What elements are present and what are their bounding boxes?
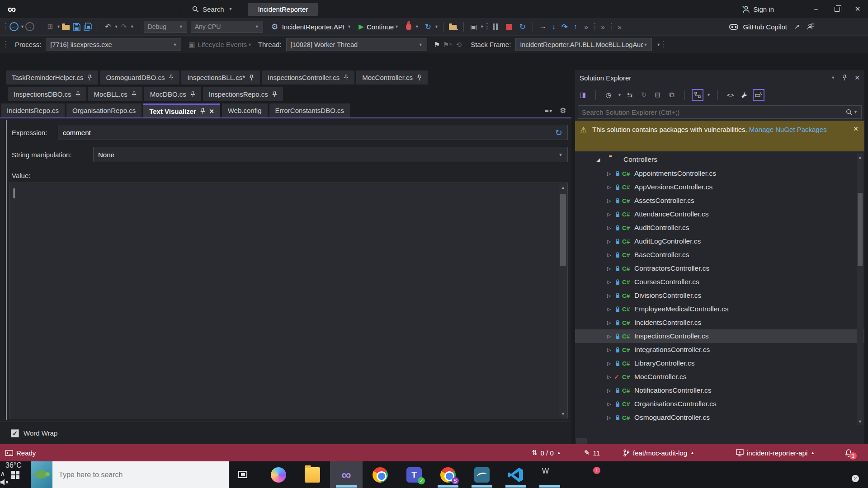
undo-button[interactable]: ↶ [103, 21, 113, 33]
taskbar-app-chrome[interactable] [364, 461, 396, 488]
flag-settings-icon[interactable]: ⚑✎ [443, 39, 453, 51]
solution-explorer-search[interactable]: ▼ [578, 105, 862, 119]
collapsed-arrow-icon[interactable]: ▷ [607, 198, 611, 204]
start-button[interactable] [0, 461, 31, 488]
chevron-down-icon[interactable]: ▼ [707, 93, 711, 97]
scroll-down-icon[interactable]: ▼ [857, 418, 863, 425]
toolbar-overflow-button[interactable]: ▼ [656, 42, 660, 47]
pin-icon[interactable] [200, 108, 205, 114]
scrollbar-thumb[interactable] [560, 194, 566, 266]
chevron-down-icon[interactable]: ▼ [395, 24, 399, 29]
value-scrollbar[interactable]: ▲ ▼ [559, 183, 567, 418]
task-view-button[interactable] [236, 468, 250, 481]
document-tab[interactable]: InspectionsBLL.cs* ✕ [181, 70, 260, 84]
pin-icon[interactable] [417, 75, 422, 81]
document-tab[interactable]: ErrorConstantsDBO.cs ✕ [269, 103, 350, 117]
tree-file-row[interactable]: ▷ ✓ C# NotificationsController.cs [575, 384, 864, 397]
sign-in-button[interactable]: Sign in [742, 5, 774, 13]
collapsed-arrow-icon[interactable]: ▷ [607, 388, 611, 394]
chevron-down-icon[interactable]: ▼ [130, 24, 134, 29]
pin-icon[interactable] [249, 75, 254, 81]
collapsed-arrow-icon[interactable]: ▷ [607, 374, 611, 380]
toolbar-grip[interactable] [4, 22, 7, 31]
search-highlight-image[interactable] [31, 461, 52, 488]
pin-icon[interactable] [842, 75, 847, 81]
step-over-button[interactable]: ↷ [559, 21, 570, 33]
show-all-files-icon[interactable] [753, 89, 764, 101]
collapsed-arrow-icon[interactable]: ▷ [607, 279, 611, 285]
taskbar-app-vscode[interactable] [500, 461, 532, 488]
tree-file-row[interactable]: ▷ ✓ C# EmployeeMedicalController.cs [575, 302, 864, 316]
tab-options-gear-icon[interactable]: ⚙ [560, 106, 566, 115]
collapsed-arrow-icon[interactable]: ▷ [607, 293, 611, 299]
file-nesting-icon[interactable] [692, 89, 703, 101]
pending-edits[interactable]: ✎ 11 [584, 444, 600, 461]
github-copilot-button[interactable]: GitHub Copilot [743, 23, 787, 31]
tree-file-row[interactable]: ▷ ✓ C# AppVersionsController.cs [575, 180, 864, 194]
document-tab[interactable]: MocController.cs ✕ [356, 70, 428, 84]
collapsed-arrow-icon[interactable]: ▷ [607, 320, 611, 326]
chevron-down-icon[interactable]: ▼ [114, 24, 118, 29]
collapsed-arrow-icon[interactable]: ▷ [607, 252, 611, 258]
tree-file-row[interactable]: ▷ ✓ C# IncidentsController.cs [575, 316, 864, 329]
close-tab-icon[interactable]: ✕ [209, 108, 214, 115]
properties-icon[interactable]: ⧉ [666, 89, 678, 101]
restart-debugging-button[interactable]: ↻ [517, 21, 528, 33]
startup-project-dropdown[interactable]: IncidentReporter.API [282, 23, 344, 31]
navigate-back-button[interactable]: ← [9, 21, 19, 33]
close-panel-icon[interactable]: ✕ [854, 74, 860, 81]
tree-file-row[interactable]: ▷ ✓ C# AuditController.cs [575, 221, 864, 235]
toolbar-grip[interactable] [4, 40, 7, 49]
continue-button[interactable]: Continue [367, 23, 394, 31]
scroll-up-icon[interactable]: ▲ [559, 183, 567, 191]
search-icon[interactable] [846, 109, 853, 116]
tree-file-row[interactable]: ▷ ✓ C# OrganisationsController.cs [575, 397, 864, 411]
flag-icon[interactable]: ⚑ [432, 39, 443, 51]
tree-file-row[interactable]: ▷ ✓ C# DivisionsController.cs [575, 289, 864, 302]
collapsed-arrow-icon[interactable]: ▷ [607, 171, 611, 177]
taskbar-search-input[interactable] [52, 471, 229, 479]
window-position-icon[interactable]: ▼ [831, 75, 835, 80]
show-next-statement-button[interactable]: → [538, 21, 548, 33]
document-tab[interactable]: IncidentsRepo.cs ✕ [1, 103, 65, 117]
value-text-area[interactable]: ▲ ▼ [9, 183, 568, 418]
tree-file-row[interactable]: ▷ ✓ C# LibraryController.cs [575, 357, 864, 370]
taskbar-app-file-explorer[interactable] [296, 461, 329, 488]
git-repo-control[interactable]: incident-reporter-api ▲ [736, 444, 815, 461]
refresh-icon[interactable]: ↻ [638, 89, 650, 101]
tree-file-row[interactable]: ▷ ✓ C# CoursesController.cs [575, 275, 864, 289]
collapsed-arrow-icon[interactable]: ▷ [607, 347, 611, 353]
pause-button[interactable] [490, 21, 501, 33]
document-tab[interactable]: TaskReminderHelper.cs ✕ [6, 70, 98, 84]
search-control[interactable]: Search ▼ [192, 5, 232, 13]
pin-icon[interactable] [75, 91, 80, 98]
continue-play-icon[interactable]: ▶ [356, 21, 367, 33]
document-tab[interactable]: MocDBO.cs ✕ [144, 87, 201, 101]
taskbar-search-box[interactable] [31, 461, 229, 488]
collapsed-arrow-icon[interactable]: ▷ [607, 333, 611, 339]
toolbar-grip[interactable] [610, 22, 613, 31]
tree-file-row[interactable]: ▷ ✓ C# AuditLogController.cs [575, 235, 864, 248]
toolbar-grip[interactable] [486, 22, 489, 31]
document-tab[interactable]: Web.config ✕ [222, 103, 268, 117]
document-tab[interactable]: InspectionsController.cs ✕ [262, 70, 354, 84]
chevron-down-icon[interactable]: ▼ [415, 24, 419, 29]
dismiss-warning-icon[interactable]: ✕ [853, 124, 859, 134]
thread-dropdown[interactable]: [10028] Worker Thread▼ [286, 38, 427, 51]
configuration-dropdown[interactable]: Debug▼ [144, 21, 187, 33]
document-tab[interactable]: InspectionsRepo.cs ✕ [203, 87, 283, 101]
tree-file-row[interactable]: ▷ ✓ C# BaseController.cs [575, 248, 864, 262]
document-tab[interactable]: Text Visualizer ✕ [143, 103, 220, 117]
step-into-button[interactable]: ↓ [548, 21, 559, 33]
pin-icon[interactable] [132, 91, 137, 98]
collapsed-arrow-icon[interactable]: ▷ [607, 415, 611, 421]
solution-name-badge[interactable]: IncidentReporter [248, 3, 318, 16]
pin-icon[interactable] [87, 75, 92, 81]
tree-file-row[interactable]: ▷ ✓ C# OsmoguardController.cs [575, 411, 864, 424]
chevron-down-icon[interactable]: ▼ [57, 24, 61, 29]
open-file-button[interactable] [61, 21, 71, 33]
chevron-down-icon[interactable]: ▼ [347, 24, 351, 29]
platform-dropdown[interactable]: Any CPU▼ [191, 21, 263, 33]
switch-views-icon[interactable]: ◨ [577, 89, 589, 101]
document-tab[interactable]: OrganisationRepo.cs ✕ [66, 103, 142, 117]
